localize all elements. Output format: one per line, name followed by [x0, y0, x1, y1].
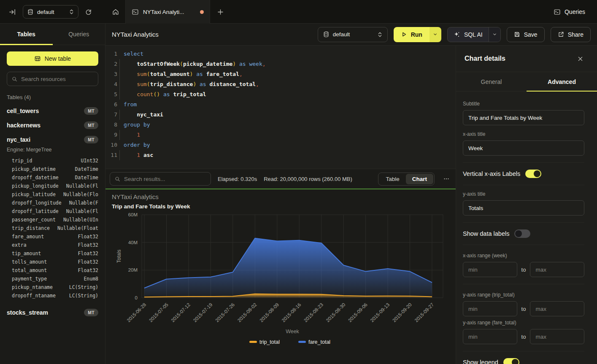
results-search-input[interactable] [124, 176, 206, 182]
save-label: Save [524, 31, 538, 38]
results-search[interactable] [110, 172, 211, 186]
x-axis-range-max-input[interactable] [530, 262, 584, 277]
toolbar-database-selector[interactable]: default [318, 27, 388, 42]
code-line[interactable]: 10order by [105, 140, 456, 150]
column-name: extra [12, 241, 27, 249]
subtitle-input[interactable] [463, 110, 584, 125]
console-tab-icon [132, 8, 139, 16]
code-line[interactable]: 6from [105, 100, 456, 110]
code-text: nyc_taxi [119, 110, 163, 120]
legend-item-fare_total[interactable]: fare_total [298, 339, 330, 345]
new-tab-button[interactable] [210, 0, 230, 24]
code-line[interactable]: 3 sum(total_amount) as fare_total, [105, 69, 456, 79]
topbar-left: default [0, 0, 105, 24]
x-tick-label: 2015-09-27 [413, 302, 435, 323]
sql-ai-button[interactable]: SQL AI [448, 27, 489, 42]
column-row: passenger_countNullable(UIn [7, 216, 98, 224]
code-line[interactable]: 4 sum(trip_distance) as distance_total, [105, 79, 456, 89]
chart-subtitle: Trip and Fare Totals by Week [112, 203, 190, 210]
sql-ai-options-button[interactable] [489, 27, 500, 42]
code-line[interactable]: 8group by [105, 120, 456, 130]
code-line[interactable]: 7 nyc_taxi [105, 110, 456, 120]
y-axis-range-trip-label: y-axis range (trip_total) [463, 292, 584, 298]
panel-body: Subtitle x-axis title Vertical x-axis La… [456, 92, 597, 364]
save-button[interactable]: Save [507, 27, 545, 42]
sql-ai-label: SQL AI [464, 31, 483, 38]
topbar: default NYTaxi Analyti... [0, 0, 597, 24]
legend-item-trip_total[interactable]: trip_total [249, 339, 280, 345]
y-axis-range-fare-max-input[interactable] [530, 329, 584, 344]
code-line[interactable]: 5 count() as trip_total [105, 89, 456, 100]
refresh-icon[interactable] [85, 8, 92, 16]
code-line[interactable]: 11 1 asc [105, 150, 456, 160]
y-axis-range-fare-min-input[interactable] [463, 329, 517, 344]
y-axis-range-fare-label: y-axis range (fare_total) [463, 320, 584, 326]
tab-nytaxi-analytics[interactable]: NYTaxi Analyti... [126, 0, 210, 24]
sidebar-search-input[interactable] [21, 76, 94, 82]
sidebar-search[interactable] [7, 72, 98, 86]
database-selector[interactable]: default [23, 5, 78, 19]
y-tick-label: 40M [128, 240, 138, 245]
column-type: LC(String) [69, 291, 98, 300]
y-axis-title-input[interactable] [463, 200, 584, 216]
tab-general[interactable]: General [456, 72, 527, 91]
table-row-nyc-taxi[interactable]: nyc_taxi MT [7, 132, 98, 146]
new-table-button[interactable]: New table [7, 51, 98, 66]
table-row-hackernews[interactable]: hackernews MT [7, 118, 98, 132]
database-icon [323, 31, 329, 38]
show-data-labels-label: Show data labels [463, 230, 509, 237]
tables-section-label: Tables (4) [7, 94, 98, 100]
x-tick-label: 2015-09-13 [369, 302, 390, 323]
column-row: dropoff_datetimeDateTime [7, 173, 98, 182]
show-legend-toggle[interactable] [503, 358, 519, 364]
x-tick-label: 2015-06-28 [126, 302, 147, 323]
column-row: trip_idUInt32 [7, 156, 98, 165]
y-axis-range-trip-max-input[interactable] [530, 301, 584, 316]
column-row: dropoff_latitudeNullable(Fl [7, 207, 98, 216]
table-name: cell_towers [7, 108, 39, 114]
view-toggle: Table Chart [378, 173, 435, 186]
code-line[interactable]: 1select [105, 49, 456, 59]
sql-editor[interactable]: 1select2 toStartOfWeek(pickup_datetime) … [105, 46, 456, 169]
engine-badge: MT [84, 309, 98, 316]
y-axis-range-trip-min-input[interactable] [463, 301, 517, 316]
divider [463, 284, 584, 284]
column-row: trip_distanceNullable(Float [7, 224, 98, 232]
column-name: trip_id [12, 156, 32, 165]
x-tick-label: 2015-09-06 [347, 302, 368, 323]
code-line[interactable]: 9 1 [105, 130, 456, 140]
x-axis-range-min-input[interactable] [463, 262, 517, 277]
sidebar-tab-queries[interactable]: Queries [53, 24, 105, 45]
table-name: stocks_stream [7, 309, 48, 316]
run-button[interactable]: Run [394, 27, 430, 42]
view-toggle-chart[interactable]: Chart [406, 174, 433, 184]
divider [463, 162, 584, 163]
x-axis-title-input[interactable] [463, 140, 584, 156]
sidebar-tab-tables[interactable]: Tables [0, 24, 53, 45]
queries-button[interactable]: Queries [554, 8, 585, 16]
column-name: passenger_count [12, 216, 56, 224]
engine-badge: MT [84, 136, 98, 143]
code-line[interactable]: 2 toStartOfWeek(pickup_datetime) as week… [105, 59, 456, 69]
subtitle-label: Subtitle [463, 101, 584, 107]
share-button[interactable]: Share [551, 27, 591, 42]
table-row-cell-towers[interactable]: cell_towers MT [7, 104, 98, 118]
run-options-button[interactable] [430, 27, 441, 42]
collapse-sidebar-icon[interactable] [8, 8, 16, 16]
column-type: Nullable(Flo [63, 190, 98, 199]
show-data-labels-toggle[interactable] [514, 229, 530, 238]
line-number: 3 [110, 69, 117, 79]
query-toolbar: default Run SQL AI [318, 27, 591, 42]
topbar-right: Queries [554, 0, 585, 24]
close-icon[interactable] [577, 56, 583, 62]
more-options-icon[interactable] [441, 175, 451, 182]
column-row: tolls_amountFloat32 [7, 258, 98, 266]
line-number: 2 [110, 59, 117, 69]
table-row-stocks-stream[interactable]: stocks_stream MT [7, 305, 98, 319]
line-number: 7 [110, 110, 117, 120]
tab-advanced[interactable]: Advanced [527, 72, 597, 91]
vertical-x-labels-toggle[interactable] [525, 170, 541, 178]
home-tab[interactable] [105, 0, 126, 24]
view-toggle-table[interactable]: Table [379, 174, 405, 184]
code-text: from [119, 100, 137, 110]
